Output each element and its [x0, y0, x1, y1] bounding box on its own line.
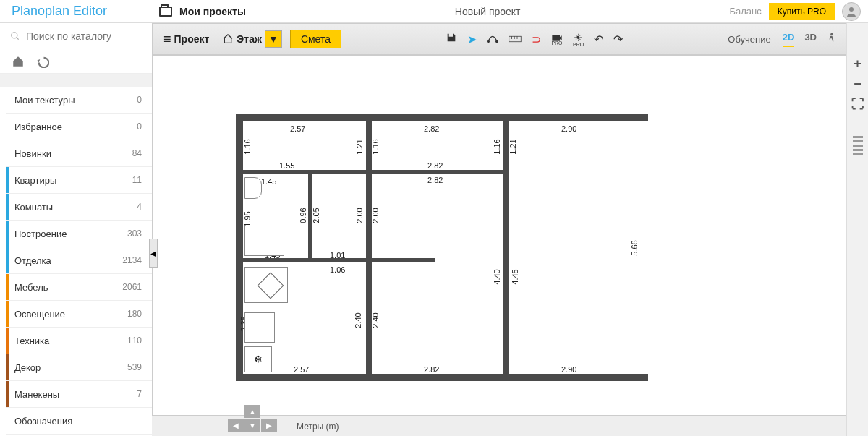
cursor-icon[interactable]: ➤	[467, 33, 477, 46]
estimate-button[interactable]: Смета	[290, 30, 341, 48]
floor-dropdown-icon[interactable]: ▼	[265, 30, 282, 48]
category-count: 539	[127, 362, 142, 372]
view-walk-tab[interactable]	[827, 32, 837, 47]
arrow-up-icon[interactable]: ▲	[244, 405, 260, 418]
category-item[interactable]: Построение303	[6, 221, 152, 247]
category-count: 0	[137, 121, 142, 132]
floor-menu[interactable]: Этаж ▼	[217, 27, 287, 51]
buy-pro-button[interactable]: Купить PRO	[769, 3, 835, 20]
category-count: 303	[127, 228, 142, 239]
balance-label[interactable]: Баланс	[729, 6, 761, 17]
category-label: Отделка	[14, 255, 122, 266]
category-label: Избранное	[14, 121, 137, 132]
camera-pro-icon[interactable]: PRO	[551, 33, 563, 46]
dim-label: 1.45	[261, 177, 276, 186]
right-tool-strip: + − ⛶	[846, 23, 868, 436]
magnet-icon[interactable]: ⊃	[532, 33, 541, 46]
svg-line-2	[17, 38, 19, 40]
ruler-icon[interactable]	[509, 33, 522, 46]
save-icon[interactable]	[446, 32, 457, 46]
dim-label: 2.05	[312, 208, 320, 223]
main-area: ≡ Проект Этаж ▼ Смета ➤ ⊃ PRO ☀PRO ↶ ↷ О…	[152, 23, 846, 436]
arrow-left-icon[interactable]: ◀	[228, 419, 244, 432]
category-item[interactable]: Техника110	[6, 328, 152, 354]
search-icon	[10, 31, 20, 41]
arrow-down-icon[interactable]: ▼	[244, 419, 260, 432]
category-item[interactable]: Декор539	[6, 354, 152, 381]
dim-label: 4.45	[511, 269, 519, 284]
redo-tool-icon[interactable]: ↷	[613, 33, 623, 46]
floorplan-canvas[interactable]: 2.57 2.82 2.90 2.57 2.82 2.90 1.16 1.55 …	[152, 55, 846, 416]
dim-label: 0.96	[299, 208, 307, 223]
furniture-item[interactable]	[244, 312, 275, 343]
search-row	[0, 23, 152, 49]
svg-point-1	[12, 33, 17, 38]
units-label[interactable]: Метры (m)	[297, 422, 339, 432]
zoom-in-icon[interactable]: +	[852, 58, 864, 69]
sun-pro-icon[interactable]: ☀PRO	[573, 32, 584, 47]
fit-icon[interactable]: ⛶	[852, 98, 864, 110]
search-input[interactable]	[26, 30, 135, 42]
category-count: 7	[137, 389, 142, 399]
undo-tool-icon[interactable]: ↶	[594, 33, 603, 46]
furniture-item[interactable]	[244, 226, 284, 256]
category-item[interactable]: Избранное0	[6, 114, 152, 140]
category-item[interactable]: Освещение180	[6, 301, 152, 328]
category-count: 110	[127, 335, 142, 346]
project-menu[interactable]: ≡ Проект	[158, 28, 214, 51]
category-item[interactable]: Обозначения	[6, 408, 152, 435]
dim-label: 2.40	[354, 312, 362, 328]
collapse-panel-handle[interactable]: ◀	[149, 239, 158, 268]
dim-label: 1.16	[371, 139, 380, 154]
left-panel: Мои текстуры0Избранное0Новинки84Квартиры…	[0, 49, 152, 436]
view-2d-tab[interactable]: 2D	[783, 32, 795, 47]
dim-label: 1.16	[243, 139, 252, 154]
category-count: 2134	[122, 255, 142, 265]
pan-arrows[interactable]: ▲ ◀▼▶	[228, 405, 277, 432]
category-label: Освещение	[14, 309, 127, 320]
category-item[interactable]: Новинки84	[6, 140, 152, 167]
dim-label: 2.82	[427, 161, 443, 170]
category-item[interactable]: Манекены7	[6, 381, 152, 408]
category-item[interactable]: Мебель2061	[6, 274, 152, 301]
folder-icon[interactable]	[159, 7, 172, 17]
category-list: Мои текстуры0Избранное0Новинки84Квартиры…	[6, 87, 152, 436]
layers-icon[interactable]	[853, 136, 863, 155]
category-item[interactable]: Квартиры11	[6, 167, 152, 194]
dim-label: 1.16	[493, 139, 501, 154]
category-item[interactable]: Отделка2134	[6, 247, 152, 274]
category-label: Манекены	[14, 389, 137, 400]
dim-label: 2.00	[355, 208, 364, 223]
category-item[interactable]: Мои текстуры0	[6, 87, 152, 114]
category-item[interactable]: Комнаты4	[6, 194, 152, 221]
dim-label: 4.40	[493, 269, 501, 284]
dim-label: 2.57	[294, 365, 309, 374]
dim-label: 2.82	[427, 176, 443, 184]
zoom-out-icon[interactable]: −	[852, 78, 864, 90]
category-count: 180	[127, 309, 142, 319]
back-icon[interactable]	[36, 55, 49, 68]
app-logo: Planoplan Editor	[0, 4, 152, 19]
svg-rect-5	[509, 36, 522, 42]
editor-toolbar: ≡ Проект Этаж ▼ Смета ➤ ⊃ PRO ☀PRO ↶ ↷ О…	[152, 23, 846, 55]
dim-label: 1.01	[330, 251, 345, 260]
svg-point-10	[830, 33, 833, 35]
view-3d-tab[interactable]: 3D	[804, 32, 817, 47]
line-tool-icon[interactable]	[487, 32, 498, 46]
training-link[interactable]: Обучение	[728, 34, 770, 45]
category-label: Квартиры	[14, 175, 132, 186]
furniture-item[interactable]	[244, 177, 262, 199]
my-projects-label[interactable]: Мои проекты	[179, 6, 246, 17]
dim-label: 5.66	[630, 240, 639, 255]
avatar[interactable]	[842, 2, 861, 21]
dim-label: 1.55	[279, 161, 294, 170]
category-count: 84	[132, 148, 142, 158]
category-label: Новинки	[14, 148, 132, 159]
topbar-left: Мои проекты	[152, 6, 246, 17]
toolbar-right: Обучение 2D 3D	[728, 32, 840, 47]
dim-label: 1.06	[330, 265, 345, 274]
dim-label: 2.82	[424, 365, 439, 374]
furniture-item[interactable]: ❄	[244, 346, 272, 372]
home-icon[interactable]	[12, 55, 25, 68]
arrow-right-icon[interactable]: ▶	[261, 419, 277, 432]
